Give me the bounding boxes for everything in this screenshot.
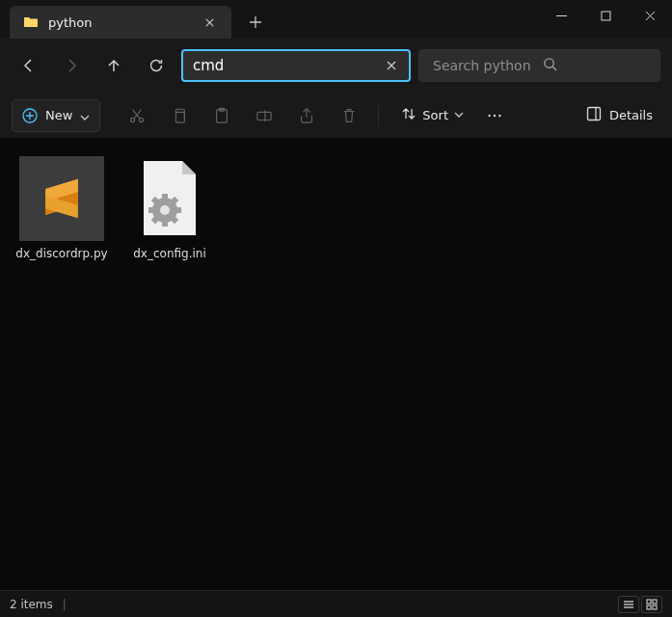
svg-point-18 xyxy=(160,205,170,215)
svg-rect-29 xyxy=(647,605,651,609)
svg-rect-27 xyxy=(647,600,651,604)
details-label: Details xyxy=(609,108,653,122)
window-controls xyxy=(539,0,672,39)
maximize-button[interactable] xyxy=(583,0,628,31)
forward-button[interactable] xyxy=(54,48,89,83)
svg-point-4 xyxy=(140,118,144,121)
svg-point-3 xyxy=(131,118,135,121)
svg-rect-22 xyxy=(175,207,181,213)
search-box[interactable]: Search python xyxy=(418,49,660,82)
chevron-down-icon xyxy=(454,108,464,122)
svg-point-10 xyxy=(494,114,496,116)
back-button[interactable] xyxy=(12,48,46,83)
folder-icon xyxy=(23,14,39,30)
svg-rect-5 xyxy=(176,112,185,122)
svg-rect-0 xyxy=(602,12,610,20)
refresh-button[interactable] xyxy=(139,48,174,83)
svg-point-1 xyxy=(544,59,552,67)
navbar: Search python xyxy=(0,39,672,93)
list-view-button[interactable] xyxy=(618,596,639,613)
minimize-button[interactable] xyxy=(539,0,583,31)
sort-button[interactable]: Sort xyxy=(393,99,471,132)
new-button[interactable]: New xyxy=(12,99,100,132)
file-item[interactable]: dx_discordrp.py xyxy=(12,150,112,266)
svg-rect-12 xyxy=(587,108,600,121)
status-count: 2 items xyxy=(10,598,53,611)
tab-title: python xyxy=(48,15,187,30)
svg-point-11 xyxy=(498,114,500,116)
status-bar: 2 items | xyxy=(0,590,672,617)
svg-rect-28 xyxy=(653,600,657,604)
file-list[interactable]: dx_discordrp.py xyxy=(0,139,672,590)
clear-address-button[interactable] xyxy=(380,54,403,77)
close-window-button[interactable] xyxy=(628,0,672,31)
svg-rect-19 xyxy=(162,194,168,201)
view-buttons xyxy=(618,596,662,613)
command-bar: New Sort Details xyxy=(0,93,672,139)
file-thumb-ini xyxy=(127,156,212,241)
plus-circle-icon xyxy=(22,108,38,123)
rename-button[interactable] xyxy=(245,99,283,132)
delete-button[interactable] xyxy=(330,99,368,132)
details-button[interactable]: Details xyxy=(578,99,660,132)
svg-rect-21 xyxy=(148,207,155,213)
more-button[interactable] xyxy=(475,99,514,132)
svg-rect-30 xyxy=(653,605,657,609)
details-icon xyxy=(586,106,602,124)
chevron-down-icon xyxy=(80,111,90,121)
sort-label: Sort xyxy=(422,108,448,122)
address-input[interactable] xyxy=(193,57,380,74)
search-icon xyxy=(543,57,653,74)
new-tab-button[interactable] xyxy=(239,6,272,39)
tab-python[interactable]: python xyxy=(10,6,231,39)
paste-button[interactable] xyxy=(202,99,241,132)
status-divider: | xyxy=(63,598,67,611)
svg-rect-6 xyxy=(217,109,228,122)
titlebar: python xyxy=(0,0,672,39)
up-button[interactable] xyxy=(96,48,131,83)
svg-point-9 xyxy=(488,114,490,116)
close-tab-button[interactable] xyxy=(197,10,222,35)
new-label: New xyxy=(45,108,72,122)
grid-view-button[interactable] xyxy=(641,596,662,613)
svg-rect-20 xyxy=(162,220,168,227)
address-bar[interactable] xyxy=(181,49,411,82)
search-placeholder: Search python xyxy=(433,58,543,73)
sort-icon xyxy=(401,106,417,124)
copy-button[interactable] xyxy=(160,99,199,132)
file-name: dx_discordrp.py xyxy=(15,247,107,260)
cut-button[interactable] xyxy=(118,99,156,132)
share-button[interactable] xyxy=(287,99,326,132)
file-name: dx_config.ini xyxy=(133,247,206,260)
file-thumb-sublime xyxy=(19,156,104,241)
file-item[interactable]: dx_config.ini xyxy=(120,150,220,266)
svg-rect-8 xyxy=(257,112,271,120)
